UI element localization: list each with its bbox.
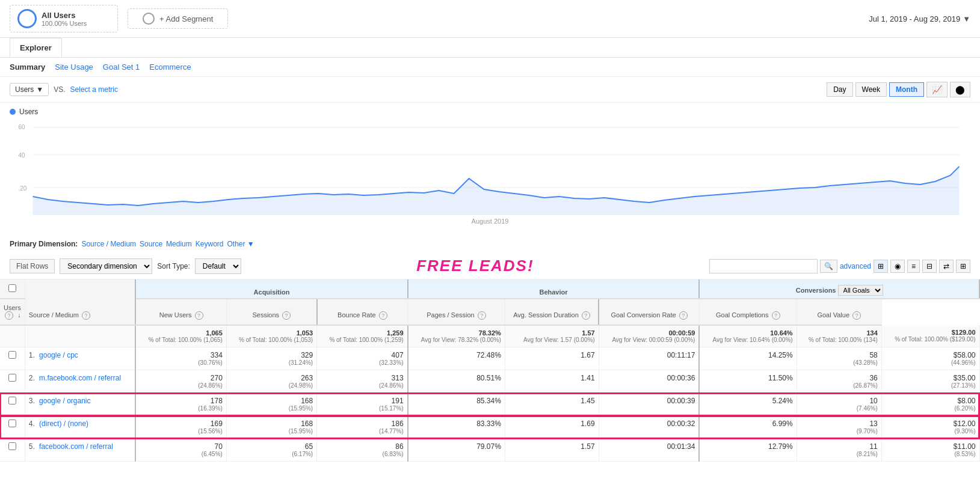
row-goal-comp: 10 (7.46%) (797, 393, 881, 416)
plot-rows-button[interactable]: Flat Rows (10, 259, 55, 273)
primary-dim-medium[interactable]: Medium (166, 240, 192, 248)
row-avg-session: 00:11:17 (599, 347, 699, 370)
metric-left: Users ▼ VS. Select a metric (10, 83, 118, 96)
table-view-button[interactable]: ⊞ (874, 260, 888, 273)
row-new-users: 168 (15.95%) (226, 416, 316, 439)
pie-chart-button[interactable]: ⬤ (950, 82, 970, 97)
select-all-checkbox[interactable] (8, 284, 16, 292)
all-users-segment[interactable]: All Users 100.00% Users (10, 5, 118, 32)
tab-ecommerce[interactable]: Ecommerce (149, 63, 191, 72)
period-week-button[interactable]: Week (855, 82, 887, 97)
new-users-info-icon[interactable]: ? (195, 311, 203, 320)
row-sessions: 186 (14.77%) (317, 416, 408, 439)
row-new-users: 329 (31.24%) (226, 347, 316, 370)
goal-value-info-icon[interactable]: ? (852, 311, 861, 320)
pivot-view-button[interactable]: ⊟ (922, 260, 937, 273)
date-range[interactable]: Jul 1, 2019 - Aug 29, 2019 ▼ (869, 14, 970, 23)
row-goal-comp: 13 (9.70%) (797, 416, 881, 439)
th-avg-session: Avg. Session Duration ? (505, 299, 599, 325)
source-medium-info-icon[interactable]: ? (82, 311, 90, 320)
add-segment-circle-icon (143, 13, 155, 25)
pie-view-button[interactable]: ◉ (890, 260, 905, 273)
advanced-link[interactable]: advanced (840, 262, 871, 270)
avg-session-info-icon[interactable]: ? (582, 311, 590, 320)
segment-subtitle: 100.00% Users (42, 20, 87, 27)
metric-dropdown[interactable]: Users ▼ (10, 83, 49, 96)
row-pages-session: 1.45 (505, 393, 599, 416)
row-checkbox[interactable] (8, 397, 16, 404)
th-sessions: Sessions ? (226, 299, 316, 325)
metric-dropdown-icon: ▼ (36, 85, 43, 94)
sessions-info-icon[interactable]: ? (282, 311, 291, 320)
search-input[interactable] (709, 259, 818, 273)
primary-dim-source[interactable]: Source (140, 240, 162, 248)
line-chart-button[interactable]: 📈 (926, 82, 948, 97)
goal-comp-info-icon[interactable]: ? (772, 311, 780, 320)
th-new-users: New Users ? (135, 299, 226, 325)
row-sessions: 407 (32.33%) (317, 347, 408, 370)
add-segment-button[interactable]: + Add Segment (128, 8, 228, 29)
table-row: 4. (direct) / (none) 169 (15.56%) 168 (1… (0, 416, 979, 439)
all-goals-select[interactable]: All Goals (838, 285, 883, 296)
row-bounce-rate: 83.33% (408, 416, 505, 439)
total-label-cell (25, 325, 135, 347)
sort-type-label: Sort Type: (157, 262, 190, 270)
row-checkbox[interactable] (8, 351, 16, 359)
tab-site-usage[interactable]: Site Usage (55, 63, 93, 72)
primary-dim-other[interactable]: Other ▼ (227, 240, 254, 248)
bar-view-button[interactable]: ≡ (907, 260, 920, 273)
th-conversions-group: Conversions All Goals (699, 279, 979, 299)
data-table: Source / Medium ? Acquisition Behavior C… (0, 279, 980, 462)
secondary-dimension-dropdown[interactable]: Secondary dimension (60, 258, 152, 274)
period-month-button[interactable]: Month (889, 82, 924, 97)
date-range-text: Jul 1, 2019 - Aug 29, 2019 (869, 14, 960, 23)
row-goal-conv: 14.25% (699, 347, 797, 370)
primary-dim-keyword[interactable]: Keyword (196, 240, 224, 248)
row-source-link[interactable]: (direct) / (none) (39, 419, 88, 428)
svg-text:.20: .20 (19, 185, 27, 192)
row-checkbox[interactable] (8, 442, 16, 450)
date-range-dropdown-icon: ▼ (963, 14, 970, 23)
row-source-link[interactable]: facebook.com / referral (39, 442, 113, 451)
row-goal-conv: 5.24% (699, 393, 797, 416)
row-number: 3. (29, 397, 35, 405)
free-leads-text: FREE LEADS! (246, 257, 704, 275)
row-source-link[interactable]: google / organic (39, 397, 90, 405)
row-checkbox-cell (0, 347, 25, 370)
row-bounce-rate: 72.48% (408, 347, 505, 370)
table-body: 1. google / cpc 334 (30.76%) 329 (31.24%… (0, 347, 979, 462)
search-button[interactable]: 🔍 (820, 260, 837, 273)
row-avg-session: 00:01:34 (599, 439, 699, 462)
table-row: 2. m.facebook.com / referral 270 (24.86%… (0, 370, 979, 393)
goal-conv-info-icon[interactable]: ? (679, 311, 688, 320)
bounce-rate-info-icon[interactable]: ? (379, 311, 387, 320)
sort-type-dropdown[interactable]: Default (195, 258, 241, 274)
row-source-medium-cell: 1. google / cpc (25, 347, 135, 370)
row-avg-session: 00:00:36 (599, 370, 699, 393)
row-goal-comp: 58 (43.28%) (797, 347, 881, 370)
row-source-medium-cell: 4. (direct) / (none) (25, 416, 135, 439)
compare-view-button[interactable]: ⇄ (939, 260, 954, 273)
row-bounce-rate: 79.07% (408, 439, 505, 462)
th-goal-comp: Goal Completions ? (699, 299, 797, 325)
tab-summary[interactable]: Summary (10, 63, 45, 72)
total-checkbox-cell (0, 325, 25, 347)
row-source-link[interactable]: google / cpc (39, 351, 78, 359)
row-checkbox[interactable] (8, 374, 16, 382)
period-day-button[interactable]: Day (827, 82, 852, 97)
add-segment-label: + Add Segment (159, 14, 213, 23)
row-new-users: 65 (6.17%) (226, 439, 316, 462)
pages-session-info-icon[interactable]: ? (478, 311, 486, 320)
explorer-tab[interactable]: Explorer (10, 38, 62, 57)
users-info-icon[interactable]: ? (5, 311, 13, 320)
row-new-users: 263 (24.98%) (226, 370, 316, 393)
tab-goal-set1[interactable]: Goal Set 1 (103, 63, 140, 72)
sub-tabs: Summary Site Usage Goal Set 1 Ecommerce (0, 58, 980, 77)
primary-dim-source-medium[interactable]: Source / Medium (81, 240, 136, 248)
row-checkbox[interactable] (8, 419, 16, 427)
select-metric-link[interactable]: Select a metric (70, 85, 118, 94)
row-source-link[interactable]: m.facebook.com / referral (39, 374, 121, 382)
grid-view-button[interactable]: ⊞ (956, 260, 970, 273)
row-users: 169 (15.56%) (135, 416, 226, 439)
metric-vs: VS. (54, 85, 65, 94)
